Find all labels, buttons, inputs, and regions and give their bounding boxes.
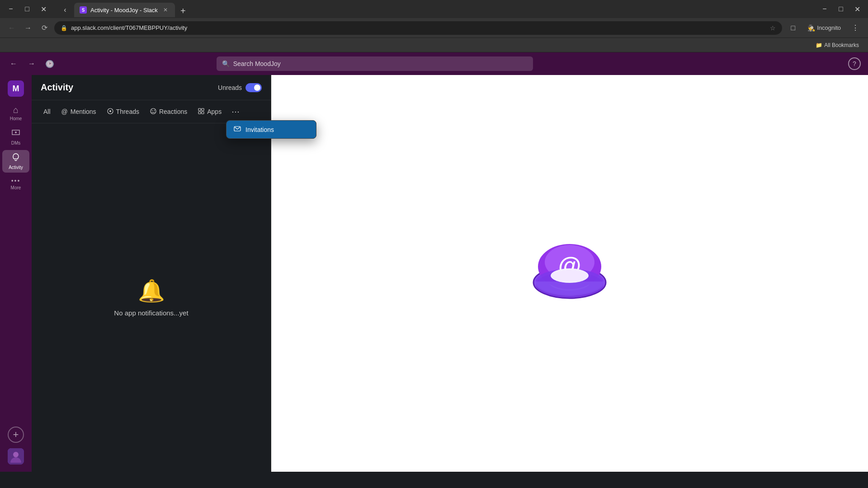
home-icon: ⌂ <box>13 105 19 115</box>
activity-header: Activity Unreads <box>32 75 271 100</box>
svg-point-5 <box>151 108 156 114</box>
dms-label: DMs <box>11 141 21 145</box>
tab-mentions[interactable]: @ Mentions <box>57 105 101 118</box>
search-placeholder: Search MoodJoy <box>233 60 281 67</box>
tab-apps[interactable]: Apps <box>193 105 226 118</box>
invitations-dropdown: Invitations <box>226 120 316 139</box>
back-button[interactable]: ← <box>5 22 18 34</box>
minimize-button[interactable]: − <box>4 2 18 16</box>
reload-button[interactable]: ⟳ <box>38 22 51 34</box>
activity-panel: Activity Unreads All @ Mentions <box>32 75 271 472</box>
slack-body: M ⌂ Home DMs <box>0 75 868 472</box>
browser-chrome: − □ ✕ ‹ S Activity - MoodJoy - Slack ✕ +… <box>0 0 868 52</box>
bookmarks-label: All Bookmarks <box>824 42 859 48</box>
svg-rect-9 <box>202 108 204 111</box>
tab-title: Activity - MoodJoy - Slack <box>90 7 158 14</box>
slack-search-bar[interactable]: 🔍 Search MoodJoy <box>217 56 533 71</box>
window-restore-button[interactable]: □ <box>834 2 848 16</box>
url-text: app.slack.com/client/T067MEBPPUY/activit… <box>71 24 766 31</box>
workspace-avatar[interactable]: M <box>8 80 24 97</box>
tab-threads[interactable]: Threads <box>103 105 144 118</box>
svg-rect-10 <box>198 112 201 114</box>
tab-reactions[interactable]: Reactions <box>146 105 192 118</box>
activity-tabs: All @ Mentions Threads <box>32 100 271 123</box>
address-bar-row: ← → ⟳ 🔒 app.slack.com/client/T067MEBPPUY… <box>0 18 868 38</box>
sidebar-item-home[interactable]: ⌂ Home <box>2 102 29 124</box>
restore-button[interactable]: □ <box>20 2 34 16</box>
slack-help-button[interactable]: ? <box>848 57 861 70</box>
more-icon: ••• <box>11 177 21 184</box>
mentions-tab-label: Mentions <box>71 108 96 115</box>
slack-sidebar-icons: M ⌂ Home DMs <box>0 75 32 472</box>
slack-app: ← → 🕑 🔍 Search MoodJoy ? M ⌂ Home <box>0 52 868 472</box>
empty-state-text: No app notifications...yet <box>114 309 188 317</box>
main-content: @ <box>271 75 868 472</box>
active-tab[interactable]: S Activity - MoodJoy - Slack ✕ <box>74 3 175 17</box>
search-icon: 🔍 <box>222 60 230 67</box>
home-label: Home <box>10 116 22 121</box>
window-minimize-button[interactable]: − <box>817 2 832 16</box>
add-workspace-button[interactable]: + <box>8 427 24 443</box>
slack-toolbar: ← → 🕑 🔍 Search MoodJoy ? <box>0 52 868 75</box>
svg-point-2 <box>13 452 19 457</box>
user-avatar[interactable] <box>8 448 24 465</box>
mentions-icon: @ <box>61 108 68 115</box>
close-button[interactable]: ✕ <box>36 2 51 16</box>
window-close-button[interactable]: ✕ <box>850 2 864 16</box>
extensions-button[interactable]: ⋮ <box>848 21 863 35</box>
svg-rect-8 <box>198 108 201 111</box>
all-tab-label: All <box>43 108 51 115</box>
browser-titlebar: − □ ✕ ‹ S Activity - MoodJoy - Slack ✕ +… <box>0 0 868 18</box>
tab-left-scroll[interactable]: ‹ <box>58 3 72 17</box>
tab-close-button[interactable]: ✕ <box>161 6 170 14</box>
tabs-more-button[interactable]: ⋯ <box>228 104 243 119</box>
sidebar-item-dms[interactable]: DMs <box>2 126 29 148</box>
threads-icon <box>107 108 113 116</box>
lock-icon: 🔒 <box>61 25 67 31</box>
new-tab-button[interactable]: + <box>177 5 189 17</box>
incognito-icon: 🕵 <box>807 24 815 32</box>
dms-icon <box>11 128 20 140</box>
activity-title: Activity <box>41 82 73 93</box>
tab-favicon: S <box>80 6 87 14</box>
slack-forward-button[interactable]: → <box>25 57 38 70</box>
incognito-label: Incognito <box>817 24 841 31</box>
invitations-icon <box>234 125 241 134</box>
bookmarks-folder-icon: 📁 <box>816 42 822 48</box>
threads-tab-label: Threads <box>116 108 139 115</box>
side-panel-button[interactable]: □ <box>786 21 800 35</box>
more-label: More <box>11 185 21 190</box>
incognito-profile-button[interactable]: 🕵 Incognito <box>804 23 844 33</box>
svg-point-22 <box>554 270 585 281</box>
bookmarks-bar: 📁 All Bookmarks <box>0 38 868 52</box>
forward-button[interactable]: → <box>22 22 34 34</box>
unreads-toggle[interactable]: Unreads <box>218 83 262 92</box>
unreads-label: Unreads <box>218 84 242 91</box>
activity-label: Activity <box>9 165 23 170</box>
address-bar[interactable]: 🔒 app.slack.com/client/T067MEBPPUY/activ… <box>54 21 782 35</box>
moodjoy-logo: @ <box>520 233 619 314</box>
svg-point-0 <box>15 131 17 133</box>
activity-content: 🔔 No app notifications...yet <box>32 123 271 472</box>
window-controls: − □ ✕ <box>4 2 51 16</box>
sidebar-item-activity[interactable]: Activity <box>2 150 29 173</box>
invitations-label: Invitations <box>245 126 274 133</box>
svg-point-6 <box>151 110 152 111</box>
unreads-switch[interactable] <box>245 83 262 92</box>
empty-bell-icon: 🔔 <box>138 278 165 304</box>
reactions-icon <box>150 108 156 116</box>
slack-back-button[interactable]: ← <box>7 57 20 70</box>
all-bookmarks-button[interactable]: 📁 All Bookmarks <box>812 40 863 50</box>
svg-point-7 <box>154 110 155 111</box>
bookmark-star-icon[interactable]: ☆ <box>770 24 776 32</box>
invitations-menu-item[interactable]: Invitations <box>226 121 316 138</box>
tab-all[interactable]: All <box>39 105 55 118</box>
svg-point-4 <box>109 110 111 112</box>
sidebar-item-more[interactable]: ••• More <box>2 174 29 193</box>
tab-bar: ‹ S Activity - MoodJoy - Slack ✕ + <box>54 1 814 17</box>
apps-tab-label: Apps <box>207 108 222 115</box>
reactions-tab-label: Reactions <box>159 108 187 115</box>
svg-rect-11 <box>202 112 204 114</box>
slack-history-button[interactable]: 🕑 <box>43 57 56 70</box>
apps-icon <box>198 108 204 116</box>
